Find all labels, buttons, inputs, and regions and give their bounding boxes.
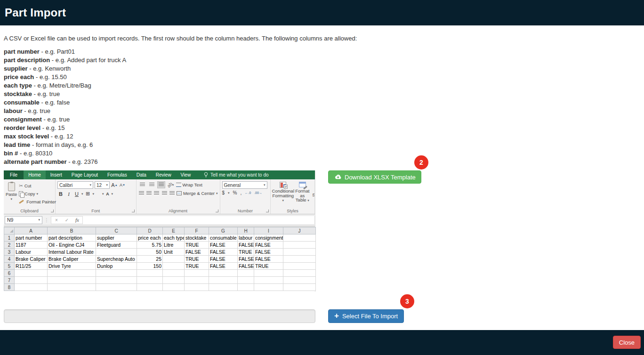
- grid-cell: [283, 284, 316, 291]
- formula-bar: N9▾ ⋮ × ✓ fx: [4, 215, 315, 225]
- column-spec: consignment - e.g. true: [4, 115, 126, 124]
- decrease-decimal-icon: .00→: [254, 191, 262, 194]
- column-name: consumable: [4, 99, 40, 106]
- column-example: - e.g. 80310: [18, 150, 52, 157]
- chevron-down-icon: ▾: [216, 192, 218, 195]
- grid-col-header-D: D: [137, 227, 163, 234]
- grid-cell: [209, 270, 238, 277]
- cut-button: ✂Cut: [19, 182, 56, 189]
- align-left-icon: [138, 190, 145, 197]
- excel-tab-insert: Insert: [46, 170, 67, 179]
- select-file-to-import-button[interactable]: + Select File To Import: [328, 309, 404, 323]
- name-box-value: N9: [7, 217, 13, 223]
- clipboard-small-buttons: ✂Cut Copy ▾ Format Painter: [19, 181, 56, 208]
- grid-col-header-A: A: [15, 227, 48, 234]
- grid-cell: 25: [137, 256, 163, 263]
- clipboard-group-label: Clipboard: [4, 209, 55, 213]
- excel-ribbon-tab-bar: FileHomeInsertPage LayoutFormulasDataRev…: [4, 170, 315, 179]
- grid-cell: TRUE: [185, 263, 209, 270]
- grid-cell: FALSE: [209, 256, 238, 263]
- download-button-label: Download XLSX Template: [345, 174, 416, 181]
- close-button[interactable]: Close: [613, 336, 641, 349]
- grid-row-header: 5: [4, 263, 15, 270]
- grid-cell: Dunlop: [96, 263, 137, 270]
- cancel-entry-icon: ×: [51, 218, 62, 223]
- number-format-value: General: [224, 183, 241, 188]
- dialog-launcher-icon: [51, 210, 54, 212]
- grid-cell: [163, 277, 185, 284]
- column-name: alternate part number: [4, 158, 67, 165]
- grid-cell: [137, 270, 163, 277]
- column-spec: max stock level - e.g. 12: [4, 132, 126, 141]
- grid-cell: [283, 249, 316, 256]
- grid-cell: TRUE: [254, 263, 283, 270]
- select-file-button-label: Select File To Import: [342, 313, 398, 320]
- percent-style-button: %: [233, 190, 237, 195]
- grid-cell: [163, 284, 185, 291]
- grid-cell: [185, 277, 209, 284]
- styles-group-label: Styles: [271, 209, 314, 213]
- column-spec: labour - e.g. true: [4, 107, 126, 115]
- grid-row-header: 4: [4, 256, 15, 263]
- grid-cell: [283, 263, 316, 270]
- wrap-text-icon: [176, 183, 181, 187]
- column-name: stocktake: [4, 90, 32, 97]
- grid-cell: [238, 284, 254, 291]
- grid-row-header: 1: [4, 234, 15, 242]
- merge-center-label: Merge & Center: [183, 191, 215, 196]
- increase-decimal-icon: ←.0: [245, 191, 251, 194]
- align-right-icon: [153, 190, 160, 197]
- grid-cell: Supercheap Auto: [96, 256, 137, 263]
- grid-row-header: 7: [4, 277, 15, 284]
- step-badge-2: 2: [414, 155, 428, 169]
- spreadsheet-table: ◢ABCDEFGHIJ1part numberpart descriptions…: [4, 227, 316, 291]
- column-spec: consumable - e.g. false: [4, 98, 126, 107]
- grid-cell: [137, 284, 163, 291]
- grid-cell: [283, 277, 316, 284]
- grid-cell: part number: [15, 234, 48, 242]
- drag-handle-icon: ⋮: [44, 218, 49, 223]
- grid-header-row: ◢ABCDEFGHIJ: [4, 227, 316, 234]
- download-xlsx-template-button[interactable]: Download XLSX Template: [328, 170, 421, 184]
- grid-cell: [254, 284, 283, 291]
- grid-cell: Labour: [15, 249, 48, 256]
- excel-tab-review: Review: [151, 170, 176, 179]
- column-name: each type: [4, 82, 32, 89]
- grid-cell: each type: [163, 234, 185, 242]
- grid-cell: FALSE: [209, 263, 238, 270]
- name-box: N9▾: [5, 216, 42, 224]
- grid-cell: 150: [137, 263, 163, 270]
- dialog-header: Part Import: [0, 0, 644, 25]
- grid-cell: [209, 277, 238, 284]
- chevron-down-icon: ▾: [228, 191, 230, 195]
- conditional-formatting-label2: Formatting ▾: [273, 194, 294, 203]
- grid-cell: [15, 270, 48, 277]
- select-all-triangle-icon: ◢: [10, 228, 13, 234]
- merge-center-icon: [177, 191, 182, 195]
- grid-cell: [163, 256, 185, 263]
- column-spec: bin # - e.g. 80310: [4, 149, 126, 158]
- part-import-dialog: Part Import A CSV or Excel file can be u…: [0, 0, 644, 355]
- grid-cell: TRUE: [238, 249, 254, 256]
- grid-cell: part description: [48, 234, 96, 242]
- grid-cell: [163, 270, 185, 277]
- grid-cell: FALSE: [209, 249, 238, 256]
- grid-col-header-H: H: [238, 227, 254, 234]
- grid-cell: price each: [137, 234, 163, 242]
- font-size-select: 12▾: [95, 181, 110, 189]
- cell-styles-clipped-label: S: [312, 192, 315, 197]
- column-example: - e.g. 15: [40, 124, 64, 131]
- grid-col-header-F: F: [185, 227, 209, 234]
- grow-font-button: A▲: [111, 182, 118, 189]
- column-name: price each: [4, 73, 34, 81]
- grid-cell: FALSE: [238, 263, 254, 270]
- column-spec: price each - e.g. 15.50: [4, 73, 126, 81]
- chevron-down-icon: ▾: [102, 192, 104, 196]
- tell-me-label: Tell me what you want to do: [210, 172, 268, 178]
- grid-row: 3LabourInternal Labour Rate50UnitFALSEFA…: [4, 249, 316, 256]
- grid-cell: Litre: [163, 242, 185, 249]
- grid-cell: [163, 263, 185, 270]
- grid-row: 8: [4, 284, 316, 291]
- comma-style-button: ,: [241, 190, 242, 195]
- chevron-down-icon: ▾: [81, 192, 83, 196]
